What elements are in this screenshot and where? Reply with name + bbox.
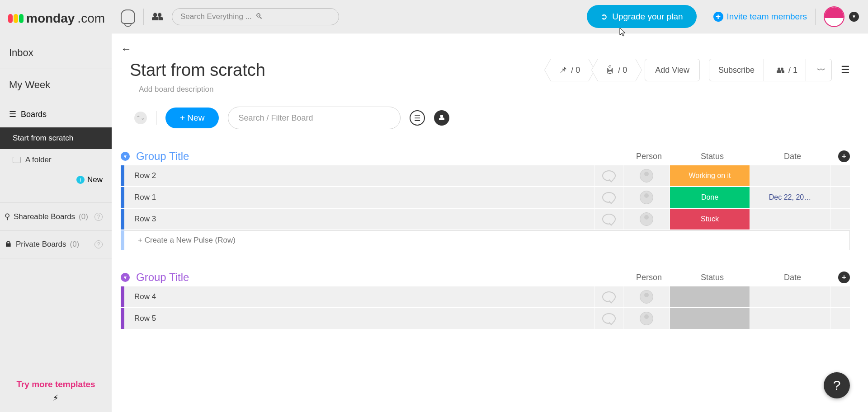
end-cell: [830, 165, 850, 186]
nav-myweek[interactable]: My Week: [0, 69, 112, 101]
row-name[interactable]: Row 2: [124, 165, 594, 186]
end-cell: [830, 286, 850, 307]
group-title[interactable]: Group Title: [136, 271, 626, 284]
help-icon[interactable]: ?: [94, 240, 103, 248]
status-cell[interactable]: [670, 286, 750, 307]
person-cell[interactable]: [623, 209, 670, 229]
row-chat[interactable]: [594, 209, 623, 229]
add-column-button[interactable]: +: [838, 272, 850, 283]
column-person[interactable]: Person: [626, 273, 672, 282]
board-menu[interactable]: ☰: [841, 64, 850, 76]
status-cell[interactable]: [670, 308, 750, 329]
person-cell[interactable]: [623, 286, 670, 307]
sidebar: monday.com Inbox My Week ☰ Boards Start …: [0, 0, 112, 412]
upgrade-label: Upgrade your plan: [612, 12, 683, 22]
help-icon[interactable]: ?: [94, 213, 103, 221]
upgrade-button[interactable]: ➲ Upgrade your plan: [587, 5, 696, 28]
user-avatar[interactable]: [824, 6, 844, 27]
date-cell[interactable]: [750, 165, 830, 186]
back-arrow[interactable]: ←: [121, 42, 850, 55]
row-name[interactable]: Row 3: [124, 209, 594, 229]
boards-header[interactable]: ☰ Boards: [0, 101, 112, 127]
end-cell: [830, 187, 850, 208]
row-chat[interactable]: [594, 308, 623, 329]
shareable-boards[interactable]: ⚲ Shareable Boards (0) ?: [0, 202, 112, 230]
pin-counter[interactable]: 📌︎ / 0: [551, 59, 589, 81]
new-folder-button[interactable]: + New: [0, 171, 112, 189]
avatar-dropdown[interactable]: ▼: [849, 12, 859, 22]
column-status[interactable]: Status: [672, 273, 752, 282]
shareable-count: (0): [79, 212, 88, 221]
table-row[interactable]: Row 2 Working on it: [121, 165, 850, 186]
chat-icon: [602, 170, 616, 181]
row-name[interactable]: Row 1: [124, 187, 594, 208]
row-chat[interactable]: [594, 187, 623, 208]
table-row[interactable]: Row 1 Done Dec 22, 20…: [121, 187, 850, 208]
group: ▼ Group Title Person Status Date + Row 2…: [121, 147, 850, 250]
groups-container: ▼ Group Title Person Status Date + Row 2…: [121, 147, 850, 329]
row-name[interactable]: Row 4: [124, 286, 594, 307]
new-folder-label: New: [87, 175, 103, 184]
date-cell[interactable]: Dec 22, 20…: [750, 187, 830, 208]
people-icon[interactable]: 👥︎: [152, 9, 164, 23]
subscribe-button[interactable]: Subscribe: [709, 59, 764, 81]
row-name[interactable]: Row 5: [124, 308, 594, 329]
date-cell[interactable]: [750, 308, 830, 329]
filter-icon[interactable]: ☰: [410, 110, 425, 126]
filter-placeholder: Search / Filter Board: [238, 113, 313, 123]
help-fab[interactable]: ?: [824, 372, 850, 398]
column-status[interactable]: Status: [672, 152, 752, 161]
group-title[interactable]: Group Title: [136, 150, 626, 163]
invite-button[interactable]: + Invite team members: [713, 12, 807, 22]
subscribe-group: Subscribe 👥︎ / 1 〰: [709, 59, 832, 81]
status-cell[interactable]: Working on it: [670, 165, 750, 186]
group-header: ▼ Group Title Person Status Date +: [121, 147, 850, 165]
column-person[interactable]: Person: [626, 152, 672, 161]
topbar: 👥︎ Search Everything ... 🔍︎ ➲ Upgrade yo…: [112, 0, 868, 33]
private-boards[interactable]: 🔒︎ Private Boards (0) ?: [0, 230, 112, 258]
add-view-button[interactable]: Add View: [645, 59, 700, 81]
sidebar-board-active[interactable]: Start from scratch: [0, 127, 112, 149]
person-cell[interactable]: [623, 308, 670, 329]
table-row[interactable]: Row 3 Stuck: [121, 209, 850, 229]
date-cell[interactable]: [750, 286, 830, 307]
notifications-icon[interactable]: [121, 9, 135, 24]
status-cell[interactable]: Done: [670, 187, 750, 208]
board-title[interactable]: Start from scratch: [130, 61, 542, 80]
add-column-button[interactable]: +: [838, 150, 850, 162]
new-button[interactable]: + New: [165, 108, 219, 128]
nav-inbox[interactable]: Inbox: [0, 37, 112, 69]
end-cell: [830, 209, 850, 229]
table-row[interactable]: Row 5: [121, 308, 850, 329]
collapse-all[interactable]: ⌃⌄: [134, 112, 147, 124]
folder-icon: [13, 157, 21, 163]
invite-label: Invite team members: [727, 12, 807, 22]
person-cell[interactable]: [623, 165, 670, 186]
activity-icon[interactable]: 〰: [811, 66, 831, 75]
sidebar-folder[interactable]: A folder: [0, 149, 112, 171]
group-toggle[interactable]: ▼: [121, 152, 130, 161]
column-date[interactable]: Date: [752, 152, 833, 161]
automation-counter[interactable]: 🤖︎ / 0: [598, 59, 636, 81]
logo[interactable]: monday.com: [0, 0, 112, 37]
column-date[interactable]: Date: [752, 273, 833, 282]
person-filter-icon[interactable]: 👤︎: [434, 110, 449, 126]
row-chat[interactable]: [594, 286, 623, 307]
status-cell[interactable]: Stuck: [670, 209, 750, 229]
board-header: Start from scratch 📌︎ / 0 🤖︎ / 0 Add Vie…: [130, 59, 850, 81]
board-description[interactable]: Add board description: [139, 85, 850, 94]
create-row[interactable]: + Create a New Pulse (Row): [121, 230, 850, 250]
date-cell[interactable]: [750, 209, 830, 229]
templates-link[interactable]: Try more templates: [9, 379, 103, 389]
row-stripe: [121, 230, 124, 250]
person-cell[interactable]: [623, 187, 670, 208]
board-area: ← Start from scratch 📌︎ / 0 🤖︎ / 0 Add V…: [112, 33, 868, 412]
group-toggle[interactable]: ▼: [121, 273, 130, 282]
row-chat[interactable]: [594, 165, 623, 186]
global-search[interactable]: Search Everything ... 🔍︎: [172, 8, 339, 25]
members-button[interactable]: 👥︎ / 1: [769, 59, 806, 81]
search-placeholder: Search Everything ...: [180, 12, 255, 21]
row-stripe: [121, 209, 124, 229]
filter-search[interactable]: Search / Filter Board: [228, 107, 401, 129]
table-row[interactable]: Row 4: [121, 286, 850, 307]
